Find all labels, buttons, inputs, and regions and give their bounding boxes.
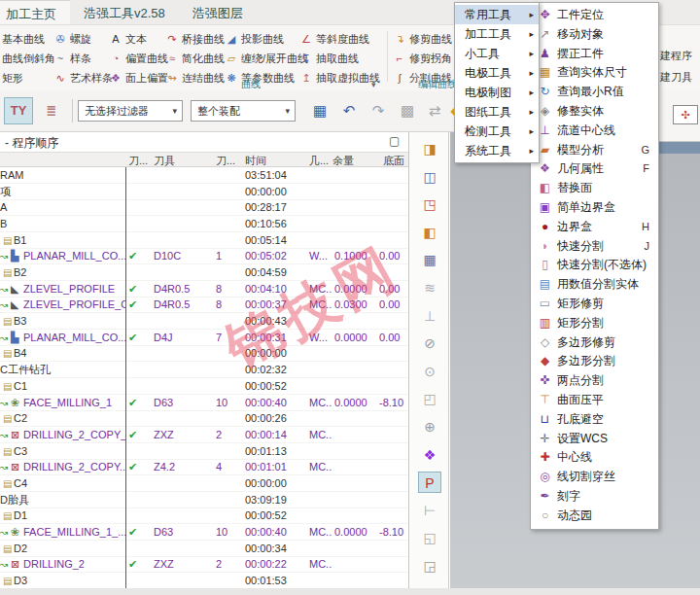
program-order-view-button[interactable]: TY bbox=[4, 97, 33, 124]
side-tool-icon[interactable]: ❖ bbox=[418, 444, 441, 466]
maximize-icon[interactable]: ▢ bbox=[389, 134, 400, 148]
side-tool-icon[interactable]: ◲ bbox=[418, 555, 441, 577]
table-row[interactable]: ↝⊠DRILLING_2_COPY_1✔ZXZ200:00:14MC... bbox=[0, 427, 408, 443]
ribbon-button[interactable]: ❋等参数曲线 bbox=[225, 68, 308, 88]
table-row[interactable]: ▤C200:00:26 bbox=[0, 410, 408, 427]
ribbon-button[interactable]: ~样条 bbox=[53, 49, 113, 68]
side-tool-icon[interactable]: ▦ bbox=[418, 249, 441, 270]
table-row[interactable]: A00:28:17 bbox=[0, 199, 408, 216]
submenu-item[interactable]: ◈ 修整实体 bbox=[531, 102, 658, 122]
ribbon-button[interactable]: ↧抽取曲线 bbox=[299, 49, 380, 68]
ribbon-overflow-icon[interactable]: ▾ bbox=[371, 80, 376, 89]
ribbon-button[interactable]: ↴修剪曲线 bbox=[393, 29, 452, 49]
side-tool-icon[interactable]: ◨ bbox=[418, 138, 441, 159]
table-row[interactable]: ↝⊠DRILLING_2_COPY...✔Z4.2400:01:01MC... bbox=[0, 459, 408, 475]
table-row[interactable]: ▤D100:00:52 bbox=[0, 508, 408, 524]
table-row[interactable]: ↝▙PLANAR_MILL_CO...✔D10C100:05:02W...0.1… bbox=[0, 248, 408, 264]
table-row[interactable]: ↝❀FACE_MILLING_1_...✔D631000:00:40MC...0… bbox=[0, 524, 408, 541]
table-row[interactable]: ▤C300:01:13 bbox=[0, 443, 408, 460]
table-row[interactable]: ▤B100:05:14 bbox=[0, 232, 408, 249]
tab-haoqiang-layers[interactable]: 浩强图层 bbox=[179, 0, 257, 24]
side-tool-icon[interactable]: ◧ bbox=[418, 222, 441, 243]
column-header[interactable]: 几... bbox=[309, 154, 329, 168]
submenu-item[interactable]: ◎ 线切割穿丝 bbox=[531, 468, 658, 487]
column-header[interactable]: 刀... bbox=[128, 154, 148, 168]
side-tool-icon[interactable]: ◫ bbox=[418, 166, 441, 188]
side-tool-icon[interactable]: ⊙ bbox=[418, 361, 441, 382]
submenu-item[interactable]: ▰ 模型分析 G bbox=[531, 141, 658, 160]
side-tool-icon[interactable]: ◱ bbox=[418, 527, 441, 548]
table-row[interactable]: ▤C400:00:00 bbox=[0, 475, 408, 492]
chevron-down-icon[interactable]: ▾ bbox=[285, 101, 290, 121]
submenu-item[interactable]: ▭ 矩形修剪 bbox=[531, 295, 658, 314]
ribbon-clipped-item[interactable]: 建程序 bbox=[660, 49, 700, 63]
table-row[interactable]: ▤D300:01:53 bbox=[0, 573, 408, 589]
submenu-item[interactable]: ◇ 多边形修剪 bbox=[531, 333, 658, 353]
submenu-item[interactable]: ◗ 快速分割 J bbox=[531, 237, 658, 257]
table-row[interactable]: ↝❀FACE_MILLING_1✔D631000:00:40MC...0.000… bbox=[0, 395, 408, 411]
side-tool-icon[interactable]: ⊕ bbox=[418, 416, 441, 438]
side-tool-icon[interactable]: ◳ bbox=[418, 193, 441, 215]
menu-item[interactable]: 检测工具▸ bbox=[455, 122, 539, 141]
table-row[interactable]: ↝◣ZLEVEL_PROFILE✔D4R0.5800:04:10MC...0.0… bbox=[0, 281, 408, 298]
submenu-item[interactable]: ◧ 替换面 bbox=[531, 179, 658, 198]
table-row[interactable]: B00:10:56 bbox=[0, 216, 408, 232]
submenu-item[interactable]: ● 边界盒 H bbox=[531, 218, 658, 237]
ribbon-button[interactable]: ⌐修剪拐角 bbox=[393, 49, 452, 68]
menu-item[interactable]: 常用工具▸ bbox=[455, 5, 539, 24]
submenu-item[interactable]: ↻ 查询最小R值 bbox=[531, 83, 658, 102]
submenu-item[interactable]: ⊔ 孔底避空 bbox=[531, 410, 658, 430]
table-row[interactable]: ↝▙PLANAR_MILL_CO...✔D4J700:00:31W...0.00… bbox=[0, 330, 408, 346]
chevron-down-icon[interactable]: ▾ bbox=[172, 101, 177, 121]
ribbon-button[interactable]: ∿艺术样条 bbox=[53, 68, 113, 88]
side-tool-icon[interactable]: ◰ bbox=[418, 388, 441, 409]
table-row[interactable]: RAM03:51:04 bbox=[0, 167, 408, 184]
table-row[interactable]: 项00:00:00 bbox=[0, 184, 408, 200]
selection-filter-combo[interactable]: 无选择过滤器 ▾ bbox=[78, 100, 183, 122]
table-row[interactable]: ↝⊠DRILLING_2✔ZXZ200:00:22MC... bbox=[0, 556, 408, 573]
ribbon-button[interactable]: ❖面上偏置 bbox=[109, 68, 168, 88]
column-header[interactable]: 刀... bbox=[216, 154, 235, 168]
ribbon-button[interactable]: ∠等斜度曲线 bbox=[299, 29, 380, 49]
table-row[interactable]: ▤B300:00:43 bbox=[0, 313, 408, 330]
ribbon-button[interactable]: ◢投影曲线 bbox=[225, 29, 308, 49]
submenu-item[interactable]: ▤ 用数值分割实体 bbox=[531, 275, 658, 295]
ribbon-button[interactable]: A文本 bbox=[109, 29, 168, 49]
table-row[interactable]: ▤B400:00:00 bbox=[0, 345, 408, 362]
ribbon-button[interactable]: ↥抽取虚拟曲线 bbox=[299, 68, 380, 88]
ribbon-button[interactable]: ≈简化曲线 bbox=[165, 49, 225, 68]
ribbon-button[interactable]: ◔偏置曲线 bbox=[109, 49, 168, 68]
tab-haoqiang-tools[interactable]: 浩强工具v2.58 bbox=[70, 0, 179, 24]
submenu-item[interactable]: ✒ 刻字 bbox=[531, 487, 658, 507]
table-row[interactable]: D胎具03:09:19 bbox=[0, 492, 408, 508]
table-row[interactable]: C工件钻孔00:02:32 bbox=[0, 362, 408, 378]
submenu-item[interactable]: ▥ 矩形分割 bbox=[531, 314, 658, 333]
column-header[interactable]: 刀具 bbox=[154, 154, 175, 168]
menu-item[interactable]: 电极制图▸ bbox=[455, 83, 539, 102]
submenu-item[interactable]: ◆ 多边形分割 bbox=[531, 352, 658, 371]
ribbon-button[interactable]: ▱缠绕/展开曲线 bbox=[225, 49, 308, 68]
submenu-item[interactable]: ✛ 设置WCS bbox=[531, 430, 658, 449]
redo-icon[interactable]: ↷ bbox=[366, 98, 391, 123]
menu-item[interactable]: 加工工具▸ bbox=[455, 24, 539, 44]
table-row[interactable]: ▤C100:00:52 bbox=[0, 378, 408, 395]
column-header[interactable]: 时间 bbox=[245, 154, 266, 168]
column-header[interactable]: 底面 bbox=[383, 154, 404, 168]
side-tool-icon[interactable]: ⊥ bbox=[418, 305, 441, 327]
ribbon-button[interactable]: 基本曲线 bbox=[2, 29, 55, 49]
submenu-item[interactable]: ♟ 摆正工件 bbox=[531, 45, 658, 64]
side-tool-icon[interactable]: ⊢ bbox=[418, 500, 441, 521]
submenu-item[interactable]: ⊤ 曲面压平 bbox=[531, 391, 658, 410]
menu-item[interactable]: 电极工具▸ bbox=[455, 63, 539, 83]
submenu-item[interactable]: ❖ 几何属性 F bbox=[531, 159, 658, 179]
side-tool-icon[interactable]: ⊘ bbox=[418, 332, 441, 354]
table-row[interactable]: ▤D200:00:34 bbox=[0, 541, 408, 557]
undo-icon[interactable]: ↶ bbox=[336, 98, 362, 123]
column-header[interactable]: 余量 bbox=[332, 154, 354, 168]
side-tool-icon[interactable]: P bbox=[418, 472, 441, 493]
submenu-item[interactable]: ▦ 查询实体尺寸 bbox=[531, 63, 658, 83]
menu-item[interactable]: 小工具▸ bbox=[455, 44, 539, 63]
ribbon-button[interactable]: 矩形 bbox=[2, 68, 55, 88]
tab-machining-home[interactable]: 加工主页 bbox=[0, 0, 70, 24]
panel-collapse-marker[interactable]: - bbox=[5, 136, 9, 150]
